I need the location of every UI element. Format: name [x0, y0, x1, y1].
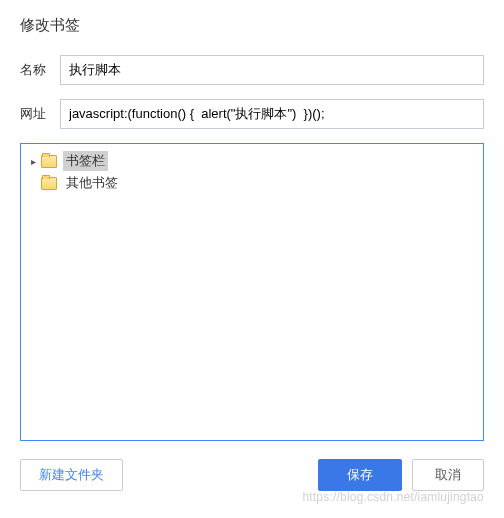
tree-item-label: 书签栏: [63, 151, 108, 171]
name-row: 名称: [20, 55, 484, 85]
folder-icon: [41, 155, 57, 168]
tree-item-label: 其他书签: [63, 173, 121, 193]
chevron-right-icon[interactable]: ▸: [27, 155, 39, 167]
cancel-button[interactable]: 取消: [412, 459, 484, 491]
folder-tree[interactable]: ▸ 书签栏 其他书签: [20, 143, 484, 441]
dialog-title: 修改书签: [20, 16, 484, 35]
tree-item-other-bookmarks[interactable]: 其他书签: [25, 172, 479, 194]
button-row: 新建文件夹 保存 取消: [20, 459, 484, 491]
url-input[interactable]: [60, 99, 484, 129]
watermark: https://blog.csdn.net/iamlujingtao: [302, 490, 484, 504]
name-label: 名称: [20, 61, 60, 79]
save-button[interactable]: 保存: [318, 459, 402, 491]
url-row: 网址: [20, 99, 484, 129]
new-folder-button[interactable]: 新建文件夹: [20, 459, 123, 491]
folder-icon: [41, 177, 57, 190]
tree-item-bookmarks-bar[interactable]: ▸ 书签栏: [25, 150, 479, 172]
name-input[interactable]: [60, 55, 484, 85]
url-label: 网址: [20, 105, 60, 123]
